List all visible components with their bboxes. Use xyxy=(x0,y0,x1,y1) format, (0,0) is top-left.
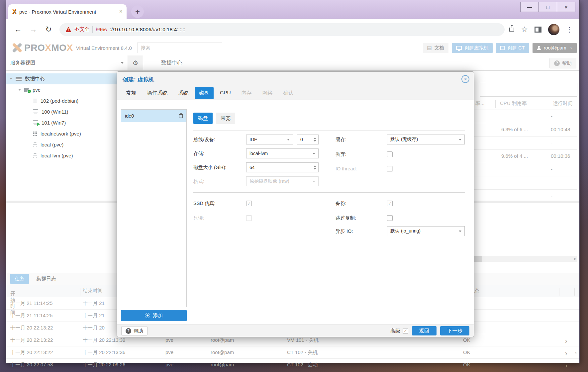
trash-icon[interactable] xyxy=(179,114,183,118)
cache-select[interactable]: 默认 (无缓存) xyxy=(387,135,465,144)
browser-titlebar: X pve - Proxmox Virtual Environment × + … xyxy=(6,0,579,19)
browser-window: X pve - Proxmox Virtual Environment × + … xyxy=(6,0,580,363)
plus-icon: + xyxy=(145,313,150,318)
url-divider xyxy=(92,26,93,33)
view-selector-dropdown[interactable]: 服务器视图 xyxy=(6,55,128,70)
subtab-bandwidth[interactable]: 带宽 xyxy=(216,113,235,124)
async-io-label: 异步 IO: xyxy=(336,226,353,236)
tab-disks[interactable]: 磁盘 xyxy=(195,87,214,99)
col-end-time[interactable]: 结束时间 xyxy=(83,288,103,294)
address-bar[interactable]: ! 不安全 https ://10.10.10.8:8006/#v1:0:18:… xyxy=(59,23,505,36)
advanced-checkbox[interactable]: ✓ xyxy=(403,328,408,334)
browser-tab[interactable]: X pve - Proxmox Virtual Environment × xyxy=(8,4,127,19)
page-title: 数据中心 xyxy=(161,59,182,66)
iothread-label: IO thread: xyxy=(336,164,357,174)
tab-title: pve - Proxmox Virtual Environment xyxy=(19,9,116,15)
bookmark-star-icon[interactable]: ☆ xyxy=(521,25,528,34)
new-tab-button[interactable]: + xyxy=(131,5,144,18)
close-window-button[interactable]: × xyxy=(557,2,575,12)
dialog-close-icon[interactable]: × xyxy=(461,75,469,83)
col-uptime[interactable]: 运行时间 xyxy=(553,100,573,107)
view-bar: 服务器视图 ⚙ 数据中心 ? 帮助 xyxy=(6,55,579,71)
version-label: Virtual Environment 8.4.0 xyxy=(76,45,132,51)
create-vm-dialog: 创建: 虚拟机 × 常规 操作系统 系统 磁盘 CPU 内存 网络 确认 ide… xyxy=(117,71,474,337)
col-cpu-usage[interactable]: CPU 利用率 xyxy=(500,100,527,107)
tab-os[interactable]: 操作系统 xyxy=(143,87,172,99)
divider xyxy=(193,192,465,193)
storage-icon xyxy=(33,153,37,158)
maximize-button[interactable]: □ xyxy=(539,2,557,12)
forward-icon[interactable]: → xyxy=(26,25,41,34)
chevron-down-icon xyxy=(313,153,315,154)
user-menu-button[interactable]: root@pam ˅ xyxy=(533,43,577,53)
tab-memory: 内存 xyxy=(237,87,256,99)
storage-icon xyxy=(33,142,37,147)
help-button-top[interactable]: ? 帮助 xyxy=(549,58,576,68)
not-secure-warning-icon: ! xyxy=(65,27,71,32)
browser-toolbar: ← → ↻ ! 不安全 https ://10.10.10.8:8006/#v1… xyxy=(6,19,579,40)
window-controls: — □ × xyxy=(521,2,575,12)
filter-input[interactable] xyxy=(480,83,577,97)
menu-dots-icon[interactable]: ⋮ xyxy=(566,26,573,34)
discard-checkbox[interactable] xyxy=(387,151,393,157)
storage-select[interactable]: local-lvm xyxy=(246,148,319,158)
chevron-down-icon xyxy=(459,231,461,232)
next-button[interactable]: 下一步 xyxy=(440,326,469,335)
profile-avatar[interactable] xyxy=(548,24,559,35)
col-memory-partial[interactable]: 率... xyxy=(475,100,485,107)
chevron-down-icon xyxy=(18,89,21,91)
server-icon xyxy=(16,77,22,81)
dialog-help-button[interactable]: ? 帮助 xyxy=(121,326,147,335)
add-disk-button[interactable]: + 添加 xyxy=(121,310,187,321)
side-panel-icon[interactable] xyxy=(535,27,541,33)
skip-replication-checkbox[interactable] xyxy=(387,215,393,221)
proxmox-logo-icon xyxy=(11,43,23,53)
gear-icon[interactable]: ⚙ xyxy=(128,55,143,70)
dialog-body: ide0 + 添加 磁盘 带宽 总线/设备: IDE 0 存储: xyxy=(117,100,474,325)
minimize-button[interactable]: — xyxy=(520,2,539,12)
divider xyxy=(193,131,465,131)
tab-tasks[interactable]: 任务 xyxy=(10,274,29,284)
toolbar-right-icons: ☆ ⋮ xyxy=(509,24,573,35)
search-input[interactable] xyxy=(137,43,222,53)
book-icon: ▤ xyxy=(427,45,432,51)
backup-checkbox[interactable]: ✓ xyxy=(387,201,393,206)
network-icon xyxy=(33,132,34,133)
format-label: 格式: xyxy=(193,176,204,186)
spinner-icons[interactable] xyxy=(311,135,316,144)
dialog-tabs: 常规 操作系统 系统 磁盘 CPU 内存 网络 确认 xyxy=(122,87,298,99)
share-icon[interactable] xyxy=(509,28,514,32)
row-chevron-icon[interactable]: › xyxy=(565,337,567,345)
tab-system[interactable]: 系统 xyxy=(174,87,193,99)
url-scheme: https xyxy=(96,27,107,33)
tab-general[interactable]: 常规 xyxy=(122,87,141,99)
create-ct-button[interactable]: 创建 CT xyxy=(496,43,529,53)
create-vm-button[interactable]: 创建虚拟机 xyxy=(452,43,493,53)
documentation-button[interactable]: ▤ 文档 xyxy=(423,43,448,53)
task-row[interactable]: 十一月 20 22:07:58十一月 20 22:09:26 pveroot@p… xyxy=(6,359,579,371)
bus-number-stepper[interactable]: 0 xyxy=(297,135,319,144)
user-icon xyxy=(537,46,541,50)
scroll-up-icon[interactable]: ▲ xyxy=(574,351,577,354)
row-chevron-icon[interactable]: › xyxy=(565,362,567,369)
disk-size-stepper[interactable]: 64 xyxy=(246,162,319,172)
chevron-down-icon xyxy=(121,62,124,64)
back-button[interactable]: 返回 xyxy=(412,326,437,335)
scroll-right-icon[interactable]: ▶ xyxy=(574,257,576,260)
tab-cpu[interactable]: CPU xyxy=(216,87,235,99)
chevron-down-icon: ˅ xyxy=(570,46,572,50)
not-secure-label[interactable]: 不安全 xyxy=(74,26,89,33)
disk-list-item-ide0[interactable]: ide0 xyxy=(121,110,186,122)
tab-close-icon[interactable]: × xyxy=(119,8,123,15)
row-chevron-icon[interactable]: › xyxy=(565,349,567,357)
task-row[interactable]: 十一月 20 22:13:22十一月 20 22:13:36 pveroot@p… xyxy=(6,346,579,359)
spinner-icons[interactable] xyxy=(311,163,316,172)
ssd-emulation-checkbox[interactable]: ✓ xyxy=(246,201,252,206)
back-icon[interactable]: ← xyxy=(10,25,26,34)
subtab-disk[interactable]: 磁盘 xyxy=(193,113,213,124)
bus-select[interactable]: IDE xyxy=(246,135,293,144)
tab-cluster-log[interactable]: 集群日志 xyxy=(36,276,56,282)
async-io-select[interactable]: 默认 (io_uring) xyxy=(387,226,465,236)
reload-icon[interactable]: ↻ xyxy=(41,25,56,34)
node-icon: ✓ xyxy=(24,88,29,92)
